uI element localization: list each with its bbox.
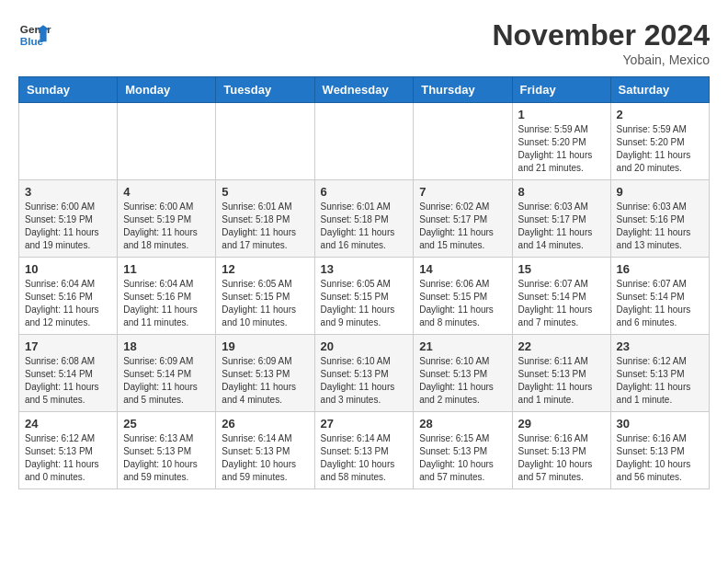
calendar-table: SundayMondayTuesdayWednesdayThursdayFrid… <box>18 76 710 489</box>
calendar-cell: 28Sunrise: 6:15 AM Sunset: 5:13 PM Dayli… <box>414 412 512 489</box>
day-info: Sunrise: 6:05 AM Sunset: 5:15 PM Dayligh… <box>222 278 308 329</box>
day-number: 15 <box>518 262 605 276</box>
calendar-cell: 10Sunrise: 6:04 AM Sunset: 5:16 PM Dayli… <box>19 258 118 335</box>
page-header: General Blue November 2024 Yobain, Mexic… <box>18 18 710 67</box>
day-info: Sunrise: 6:08 AM Sunset: 5:14 PM Dayligh… <box>25 355 111 407</box>
calendar-cell: 6Sunrise: 6:01 AM Sunset: 5:18 PM Daylig… <box>314 180 414 258</box>
day-info: Sunrise: 6:04 AM Sunset: 5:16 PM Dayligh… <box>25 278 111 329</box>
day-info: Sunrise: 6:09 AM Sunset: 5:14 PM Dayligh… <box>123 355 210 407</box>
calendar-cell: 26Sunrise: 6:14 AM Sunset: 5:13 PM Dayli… <box>216 412 314 489</box>
calendar-cell: 7Sunrise: 6:02 AM Sunset: 5:17 PM Daylig… <box>414 180 512 258</box>
day-number: 25 <box>123 417 210 431</box>
day-number: 26 <box>222 417 308 431</box>
day-info: Sunrise: 6:03 AM Sunset: 5:17 PM Dayligh… <box>518 201 605 252</box>
title-block: November 2024 Yobain, Mexico <box>492 18 710 67</box>
week-row-3: 10Sunrise: 6:04 AM Sunset: 5:16 PM Dayli… <box>19 258 710 335</box>
day-info: Sunrise: 6:02 AM Sunset: 5:17 PM Dayligh… <box>419 201 506 252</box>
calendar-cell: 23Sunrise: 6:12 AM Sunset: 5:13 PM Dayli… <box>610 335 709 412</box>
logo-icon: General Blue <box>18 18 51 52</box>
day-info: Sunrise: 6:10 AM Sunset: 5:13 PM Dayligh… <box>321 355 408 407</box>
week-row-5: 24Sunrise: 6:12 AM Sunset: 5:13 PM Dayli… <box>19 412 710 489</box>
calendar-cell: 4Sunrise: 6:00 AM Sunset: 5:19 PM Daylig… <box>118 180 216 258</box>
weekday-header-row: SundayMondayTuesdayWednesdayThursdayFrid… <box>19 77 710 103</box>
day-info: Sunrise: 6:07 AM Sunset: 5:14 PM Dayligh… <box>518 278 605 329</box>
day-number: 8 <box>518 185 605 199</box>
day-info: Sunrise: 6:12 AM Sunset: 5:13 PM Dayligh… <box>617 355 703 407</box>
day-info: Sunrise: 6:14 AM Sunset: 5:13 PM Dayligh… <box>222 432 308 484</box>
day-number: 4 <box>123 185 210 199</box>
week-row-2: 3Sunrise: 6:00 AM Sunset: 5:19 PM Daylig… <box>19 180 710 258</box>
calendar-cell: 22Sunrise: 6:11 AM Sunset: 5:13 PM Dayli… <box>512 335 610 412</box>
day-number: 19 <box>222 339 308 353</box>
calendar-cell: 24Sunrise: 6:12 AM Sunset: 5:13 PM Dayli… <box>19 412 118 489</box>
day-number: 20 <box>321 339 408 353</box>
day-number: 21 <box>419 339 506 353</box>
week-row-1: 1Sunrise: 5:59 AM Sunset: 5:20 PM Daylig… <box>19 103 710 180</box>
calendar-cell: 9Sunrise: 6:03 AM Sunset: 5:16 PM Daylig… <box>610 180 709 258</box>
day-info: Sunrise: 6:00 AM Sunset: 5:19 PM Dayligh… <box>25 201 111 252</box>
day-info: Sunrise: 6:11 AM Sunset: 5:13 PM Dayligh… <box>518 355 605 407</box>
day-number: 30 <box>617 417 703 431</box>
day-info: Sunrise: 6:07 AM Sunset: 5:14 PM Dayligh… <box>617 278 703 329</box>
calendar-cell: 3Sunrise: 6:00 AM Sunset: 5:19 PM Daylig… <box>19 180 118 258</box>
day-number: 7 <box>419 185 506 199</box>
day-info: Sunrise: 6:05 AM Sunset: 5:15 PM Dayligh… <box>321 278 408 329</box>
calendar-cell: 2Sunrise: 5:59 AM Sunset: 5:20 PM Daylig… <box>610 103 709 180</box>
day-info: Sunrise: 5:59 AM Sunset: 5:20 PM Dayligh… <box>617 123 703 175</box>
day-info: Sunrise: 6:04 AM Sunset: 5:16 PM Dayligh… <box>123 278 210 329</box>
calendar-cell: 27Sunrise: 6:14 AM Sunset: 5:13 PM Dayli… <box>314 412 414 489</box>
location: Yobain, Mexico <box>492 52 710 67</box>
day-number: 27 <box>321 417 408 431</box>
day-info: Sunrise: 6:03 AM Sunset: 5:16 PM Dayligh… <box>617 201 703 252</box>
calendar-cell <box>414 103 512 180</box>
day-info: Sunrise: 6:10 AM Sunset: 5:13 PM Dayligh… <box>419 355 506 407</box>
day-info: Sunrise: 6:16 AM Sunset: 5:13 PM Dayligh… <box>617 432 703 484</box>
month-title: November 2024 <box>492 18 710 52</box>
calendar-cell <box>216 103 314 180</box>
day-number: 29 <box>518 417 605 431</box>
day-number: 14 <box>419 262 506 276</box>
calendar-cell: 13Sunrise: 6:05 AM Sunset: 5:15 PM Dayli… <box>314 258 414 335</box>
weekday-header-wednesday: Wednesday <box>314 77 414 103</box>
weekday-header-sunday: Sunday <box>19 77 118 103</box>
day-number: 13 <box>321 262 408 276</box>
calendar-cell: 8Sunrise: 6:03 AM Sunset: 5:17 PM Daylig… <box>512 180 610 258</box>
weekday-header-friday: Friday <box>512 77 610 103</box>
day-number: 1 <box>518 108 605 121</box>
calendar-cell <box>314 103 414 180</box>
logo: General Blue <box>18 18 51 52</box>
day-number: 28 <box>419 417 506 431</box>
day-info: Sunrise: 6:00 AM Sunset: 5:19 PM Dayligh… <box>123 201 210 252</box>
day-number: 11 <box>123 262 210 276</box>
day-info: Sunrise: 6:16 AM Sunset: 5:13 PM Dayligh… <box>518 432 605 484</box>
calendar-cell: 1Sunrise: 5:59 AM Sunset: 5:20 PM Daylig… <box>512 103 610 180</box>
weekday-header-thursday: Thursday <box>414 77 512 103</box>
day-info: Sunrise: 6:12 AM Sunset: 5:13 PM Dayligh… <box>25 432 111 484</box>
calendar-cell: 14Sunrise: 6:06 AM Sunset: 5:15 PM Dayli… <box>414 258 512 335</box>
calendar-cell: 29Sunrise: 6:16 AM Sunset: 5:13 PM Dayli… <box>512 412 610 489</box>
calendar-cell: 20Sunrise: 6:10 AM Sunset: 5:13 PM Dayli… <box>314 335 414 412</box>
calendar-cell: 25Sunrise: 6:13 AM Sunset: 5:13 PM Dayli… <box>118 412 216 489</box>
calendar-cell: 17Sunrise: 6:08 AM Sunset: 5:14 PM Dayli… <box>19 335 118 412</box>
day-info: Sunrise: 6:13 AM Sunset: 5:13 PM Dayligh… <box>123 432 210 484</box>
day-info: Sunrise: 6:14 AM Sunset: 5:13 PM Dayligh… <box>321 432 408 484</box>
day-number: 5 <box>222 185 308 199</box>
calendar-cell: 30Sunrise: 6:16 AM Sunset: 5:13 PM Dayli… <box>610 412 709 489</box>
day-info: Sunrise: 6:01 AM Sunset: 5:18 PM Dayligh… <box>321 201 408 252</box>
weekday-header-monday: Monday <box>118 77 216 103</box>
week-row-4: 17Sunrise: 6:08 AM Sunset: 5:14 PM Dayli… <box>19 335 710 412</box>
day-number: 10 <box>25 262 111 276</box>
calendar-cell: 11Sunrise: 6:04 AM Sunset: 5:16 PM Dayli… <box>118 258 216 335</box>
calendar-cell <box>118 103 216 180</box>
calendar-cell: 18Sunrise: 6:09 AM Sunset: 5:14 PM Dayli… <box>118 335 216 412</box>
day-number: 6 <box>321 185 408 199</box>
calendar-cell: 12Sunrise: 6:05 AM Sunset: 5:15 PM Dayli… <box>216 258 314 335</box>
day-number: 12 <box>222 262 308 276</box>
day-number: 18 <box>123 339 210 353</box>
day-info: Sunrise: 6:09 AM Sunset: 5:13 PM Dayligh… <box>222 355 308 407</box>
day-number: 2 <box>617 108 703 121</box>
calendar-cell <box>19 103 118 180</box>
day-info: Sunrise: 6:06 AM Sunset: 5:15 PM Dayligh… <box>419 278 506 329</box>
day-number: 24 <box>25 417 111 431</box>
day-number: 17 <box>25 339 111 353</box>
